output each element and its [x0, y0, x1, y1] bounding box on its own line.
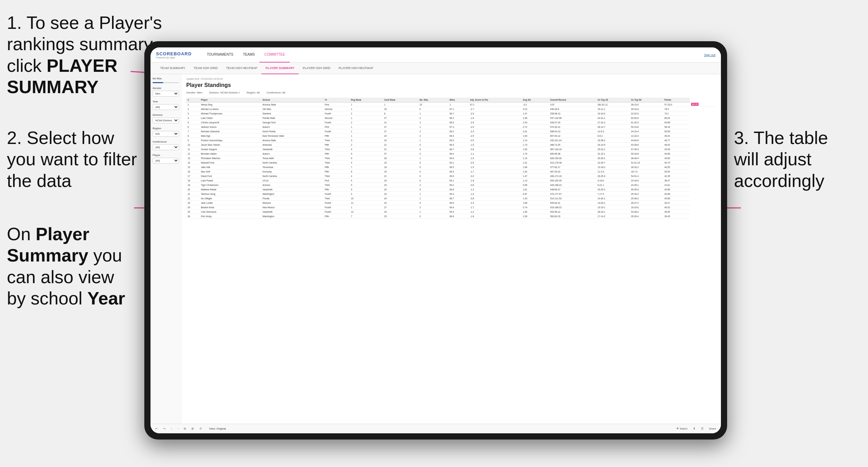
col-avg-sg: Avg SG — [522, 98, 549, 102]
logo-sub-text: Powered by clippi — [156, 56, 192, 59]
filter-gender-text: Gender: Men — [186, 91, 202, 94]
table-row: 12Brendan ValdesAuburnFifth537068.4-1.11… — [186, 152, 716, 156]
filter-conference-display: Conference: All — [267, 91, 285, 94]
export-button[interactable]: ⬆ — [692, 426, 697, 431]
col-wins: Wins — [448, 98, 469, 102]
player-filter: Player (All) — [153, 154, 179, 164]
share-button[interactable]: Share — [708, 426, 717, 431]
filter-conference-text: Conference: All — [267, 91, 285, 94]
table-row: 16Alex GoffKentuckyFifth819068.3-1.71.92… — [186, 169, 716, 174]
division-filter: Division NCAA Division I NCAA Division I… — [153, 113, 179, 123]
table-row: 1Wenyi DingArizona StateFirst1115167.1-3… — [186, 102, 716, 107]
sub-nav-team-h2h-heatmap[interactable]: TEAM H2H HEATMAP — [222, 63, 261, 74]
year-label: Year — [153, 100, 179, 103]
player-standings-table: # Player School Yr Reg Rank Conf Rank No… — [186, 98, 716, 219]
table-row: 15Jake HallTennesseeFifth718068.5-1.51.6… — [186, 165, 716, 169]
conference-select[interactable]: (All) SEC ACC Big Ten — [153, 144, 179, 150]
sub-nav-team-h2h-grid[interactable]: TEAM H2H GRID — [189, 63, 222, 74]
table-row: 4Luke ClatonFlorida StateSecond127268.2-… — [186, 116, 716, 120]
table-row: 24Bastien AmatNew MexicoFourth127269.4-1… — [186, 205, 716, 210]
bottom-toolbar: ↩ ↪ ‹ › ⧉ ⊞ ⏱ View: Original 👁 Watch ⬆ ☰… — [151, 424, 721, 433]
table-row: 18Luke PowellUCLAFirst424069.1-1.81.1350… — [186, 178, 716, 183]
watch-button[interactable]: 👁 Watch — [675, 426, 689, 431]
table-row: 3Michael ThorbjornsenStanfordFourth28168… — [186, 111, 716, 116]
sub-nav-team-summary[interactable]: TEAM SUMMARY — [156, 63, 189, 74]
view-label: View: Original — [209, 427, 226, 430]
table-row: 25Cole SherwoodVanderbiltFourth1223169.3… — [186, 210, 716, 214]
col-player: Player — [200, 98, 261, 102]
table-header-row: # Player School Yr Reg Rank Conf Rank No… — [186, 98, 716, 102]
points-highlight: 88.20 — [691, 103, 699, 106]
table-row: 20Matthew RiedelVanderbiltFifth920068.8-… — [186, 187, 716, 192]
filter-gender-display: Gender: Men — [186, 91, 202, 94]
table-row: 2Michael La SassoOle MissSecond118067.1-… — [186, 107, 716, 111]
toolbar-right: 👁 Watch ⬆ ☰ Share — [675, 426, 717, 431]
content-area: Update time: 27/03/2024 16:56:26 Player … — [181, 74, 721, 424]
table-row: 17David FordNorth CarolinaThird421069.0-… — [186, 174, 716, 178]
gender-select[interactable]: Men Women — [153, 91, 179, 97]
undo-button[interactable]: ↩ — [154, 426, 159, 431]
region-label: Region — [153, 127, 179, 130]
nav-tournaments[interactable]: TOURNAMENTS — [202, 47, 238, 63]
tablet-device: SCOREBOARD Powered by clippi TOURNAMENTS… — [144, 41, 727, 440]
filter-division-text: Division: NCAA Division I — [209, 91, 240, 94]
nav-teams[interactable]: TEAMS — [238, 47, 259, 63]
instruction-3: 3. The table will adjust accordingly — [734, 127, 858, 191]
no-rds-label: No Rds. — [153, 77, 179, 80]
table-row: 7Nicholas GabrelcikNorth FloridaFourth12… — [186, 129, 716, 134]
table-row: 13Phichaksn MaichonTexas A&MThird630169.… — [186, 156, 716, 160]
col-yr: Yr — [323, 98, 349, 102]
year-filter: Year (All) First Second Third Fourth Fif… — [153, 100, 179, 110]
table-row: 11Gordon SargentVanderbiltThird421068.7-… — [186, 147, 716, 152]
filter-division-display: Division: NCAA Division I — [209, 91, 240, 94]
sub-nav: TEAM SUMMARY TEAM H2H GRID TEAM H2H HEAT… — [151, 63, 721, 74]
sub-nav-player-summary[interactable]: PLAYER SUMMARY — [261, 63, 299, 74]
table-row: 19Tiger ChristensenArizonaThird523269.2-… — [186, 183, 716, 187]
player-select[interactable]: (All) — [153, 158, 179, 164]
col-overall-record: Overall Record — [549, 98, 596, 102]
col-vs-top25: Vs Top 25 — [596, 98, 630, 102]
region-select[interactable]: N/A East West South Central — [153, 131, 179, 137]
active-filters: Gender: Men Division: NCAA Division I Re… — [186, 91, 716, 94]
sign-out-link[interactable]: Sign out — [704, 53, 715, 57]
col-rank: # — [186, 98, 200, 102]
sub-nav-player-h2h-grid[interactable]: PLAYER H2H GRID — [299, 63, 334, 74]
clock-button[interactable]: ⏱ — [198, 426, 203, 431]
redo-button[interactable]: ↪ — [162, 426, 167, 431]
table-container: # Player School Yr Reg Rank Conf Rank No… — [186, 98, 716, 219]
division-label: Division — [153, 113, 179, 116]
instruction-bottom-bold2: Year — [87, 288, 125, 308]
col-vs-top50: Vs Top 50 — [630, 98, 663, 102]
app-header: SCOREBOARD Powered by clippi TOURNAMENTS… — [151, 47, 721, 63]
table-row: 21Taehoon SongWashingtonFourth423169.2-1… — [186, 192, 716, 196]
col-conf-rank: Conf Rank — [383, 98, 418, 102]
nav-committee[interactable]: COMMITTEE — [259, 47, 290, 63]
table-row: 9Preston SummerhaysArizona StateThird324… — [186, 138, 716, 143]
no-rds-slider[interactable] — [153, 82, 179, 83]
col-adj-score: Adj. Score to Par — [469, 98, 522, 102]
header-right: Sign out — [704, 53, 715, 57]
logo-main-text: SCOREBOARD — [156, 51, 192, 56]
instruction-3-text: 3. The table will adjust accordingly — [734, 128, 828, 191]
forward-button[interactable]: › — [176, 426, 180, 431]
table-row: 6Jackson KoivunAuburnFirst127167.3-2.02.… — [186, 125, 716, 129]
table-row: 22Ian GilliganFloridaThird1024168.7-0.81… — [186, 196, 716, 201]
paste-button[interactable]: ⊞ — [190, 426, 195, 431]
col-no-rds: No. Rds. — [418, 98, 448, 102]
col-points: Points — [663, 98, 690, 102]
year-select[interactable]: (All) First Second Third Fourth Fifth — [153, 104, 179, 110]
back-button[interactable]: ‹ — [170, 426, 174, 431]
division-select[interactable]: NCAA Division I NCAA Division II NCAA Di… — [153, 118, 179, 123]
list-button[interactable]: ☰ — [700, 426, 705, 431]
instruction-bottom-text1: On — [7, 224, 36, 244]
update-time: Update time: 27/03/2024 16:56:26 — [186, 78, 716, 80]
conference-label: Conference — [153, 140, 179, 143]
region-filter: Region N/A East West South Central — [153, 127, 179, 137]
sub-nav-player-h2h-heatmap[interactable]: PLAYER H2H HEATMAP — [334, 63, 377, 74]
table-row: 8Mats EgeEast Tennessee StateFifth124268… — [186, 134, 716, 138]
scoreboard-logo: SCOREBOARD Powered by clippi — [156, 51, 192, 59]
col-reg-rank: Reg Rank — [349, 98, 383, 102]
instruction-2: 2. Select how you want to filter the dat… — [7, 127, 137, 191]
filter-region-display: Region: All — [247, 91, 260, 94]
copy-button[interactable]: ⧉ — [182, 426, 187, 431]
